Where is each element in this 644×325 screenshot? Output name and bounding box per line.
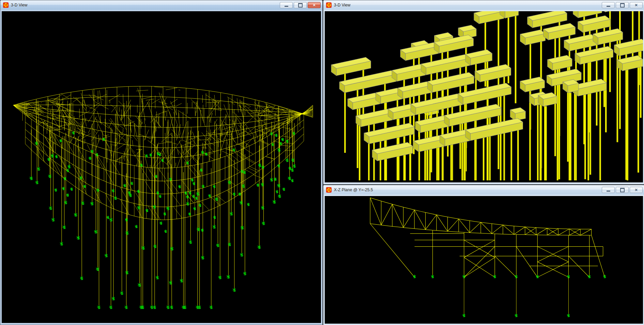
sap2000-icon <box>326 187 332 193</box>
restore-icon <box>298 3 303 7</box>
close-icon: ✕ <box>634 188 638 192</box>
view-canvas-3d-wireframe[interactable] <box>2 11 321 323</box>
close-icon: ✕ <box>634 3 638 7</box>
close-icon: ✕ <box>312 3 316 7</box>
close-button[interactable]: ✕ <box>630 2 643 8</box>
view-canvas-3d-extruded[interactable] <box>325 11 643 182</box>
titlebar[interactable]: X-Z Plane @ Y=-25.5 ✕ <box>323 185 644 195</box>
minimize-button[interactable] <box>602 2 615 8</box>
restore-button[interactable] <box>294 2 307 8</box>
window-3d-view-left: 3-D View ✕ <box>0 0 323 325</box>
restore-button[interactable] <box>616 2 629 8</box>
titlebar[interactable]: 3-D View ✕ <box>323 0 644 10</box>
window-title: X-Z Plane @ Y=-25.5 <box>334 188 602 192</box>
minimize-icon <box>607 191 610 192</box>
sap2000-icon <box>3 2 9 8</box>
window-xz-plane: X-Z Plane @ Y=-25.5 ✕ <box>323 185 644 325</box>
minimize-button[interactable] <box>602 187 615 193</box>
view-canvas-xz-elevation[interactable] <box>325 196 643 324</box>
minimize-icon <box>285 6 288 7</box>
titlebar[interactable]: 3-D View ✕ <box>0 0 322 10</box>
restore-icon <box>620 188 625 192</box>
close-button[interactable]: ✕ <box>630 187 643 193</box>
minimize-icon <box>607 6 610 7</box>
window-3d-view-extruded: 3-D View ✕ <box>323 0 644 184</box>
sap2000-icon <box>326 2 332 8</box>
minimize-button[interactable] <box>280 2 293 8</box>
close-button[interactable]: ✕ <box>308 2 321 8</box>
window-title: 3-D View <box>334 3 602 7</box>
restore-button[interactable] <box>616 187 629 193</box>
window-title: 3-D View <box>11 3 280 7</box>
restore-icon <box>620 3 625 7</box>
